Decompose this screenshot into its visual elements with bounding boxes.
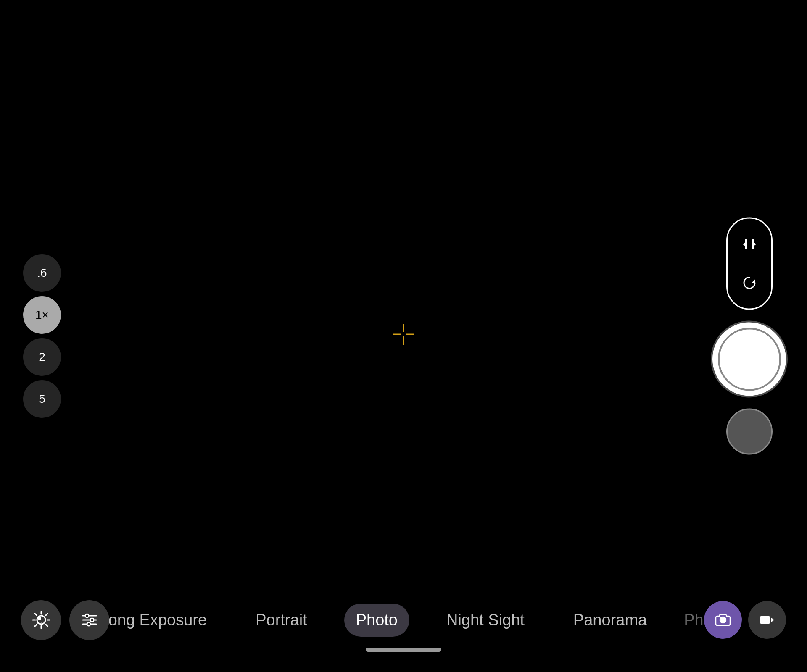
mode-photo[interactable]: Photo	[344, 604, 409, 637]
zoom-1x-button[interactable]: 1×	[23, 296, 61, 334]
focus-crosshair	[391, 322, 416, 350]
mode-night-sight[interactable]: Night Sight	[435, 604, 536, 637]
shutter-inner	[718, 328, 781, 391]
mode-portrait[interactable]: Portrait	[244, 604, 319, 637]
video-mode-button[interactable]	[748, 601, 786, 639]
sliders-button[interactable]	[69, 600, 109, 640]
settings-button[interactable]: AR	[21, 600, 61, 640]
zoom-06-button[interactable]: .6	[23, 254, 61, 292]
bottom-bar: AR Long Exposure Portrait Photo Night Si…	[0, 580, 807, 672]
mode-panorama[interactable]: Panorama	[562, 604, 659, 637]
right-camera-icons	[704, 601, 799, 639]
gallery-button[interactable]	[726, 409, 773, 455]
svg-marker-6	[743, 242, 746, 247]
photo-mode-button[interactable]	[704, 601, 742, 639]
flip-rotate-group	[726, 218, 773, 310]
mode-row: AR Long Exposure Portrait Photo Night Si…	[0, 600, 807, 640]
svg-marker-7	[752, 242, 756, 247]
zoom-5x-button[interactable]: 5	[23, 380, 61, 418]
mode-long-exposure[interactable]: Long Exposure	[109, 604, 219, 637]
zoom-2x-button[interactable]: 2	[23, 338, 61, 376]
modes-list: Long Exposure Portrait Photo Night Sight…	[109, 604, 704, 637]
svg-text:AR: AR	[37, 621, 42, 625]
left-icons: AR	[8, 600, 109, 640]
bottom-indicator	[366, 648, 441, 652]
shutter-button[interactable]	[712, 323, 786, 396]
svg-marker-21	[771, 617, 774, 622]
zoom-controls: .6 1× 2 5	[23, 254, 61, 418]
svg-rect-10	[38, 617, 41, 620]
flip-button[interactable]	[733, 228, 765, 260]
right-controls	[712, 218, 786, 455]
svg-point-15	[85, 614, 89, 617]
rotate-button[interactable]	[733, 267, 765, 299]
svg-marker-8	[752, 280, 755, 283]
svg-point-17	[87, 622, 90, 626]
svg-rect-20	[760, 616, 770, 624]
mode-more: Pho...	[684, 611, 704, 629]
svg-point-16	[90, 618, 94, 622]
